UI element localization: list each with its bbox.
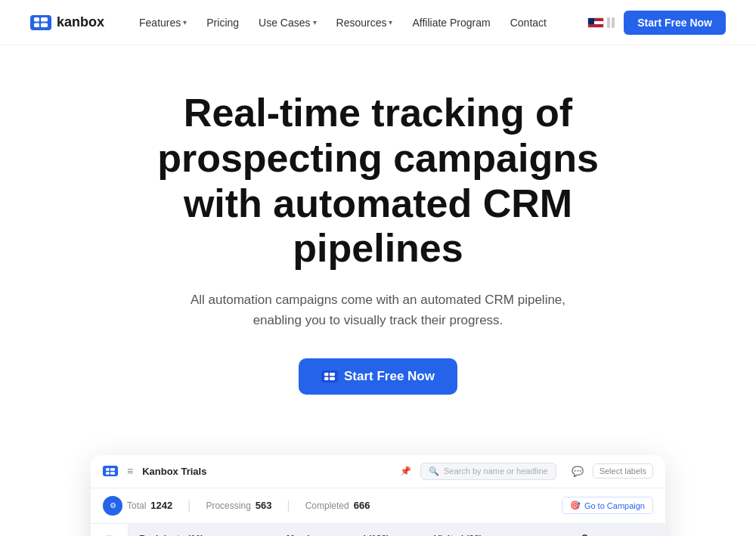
col-header-connected: Conn... [580, 533, 640, 536]
chevron-icon: ▾ [183, 18, 187, 26]
nav-features[interactable]: Features ▾ [132, 12, 194, 33]
total-value: 1242 [150, 500, 172, 511]
search-placeholder: Search by name or headline [444, 466, 548, 476]
select-labels-dropdown[interactable]: Select labels [593, 463, 653, 479]
col-header-visited: Visited (99) ··· [432, 533, 572, 536]
stat-processing: Processing 563 [206, 500, 271, 511]
language-selector[interactable] [587, 17, 615, 28]
svg-rect-9 [106, 472, 110, 475]
col-title-connected: Conn... [581, 533, 612, 536]
kanban-col-member-answered: Member answered (189) ··· JC Jean CARRIE… [285, 533, 425, 536]
hero-cta-icon [321, 370, 338, 383]
hero-section: Real-time tracking of prospecting campai… [0, 45, 756, 425]
pin-icon: 📌 [400, 466, 411, 476]
logo[interactable]: kanbox [30, 14, 104, 30]
stat-total: ⚙ Total 1242 [103, 496, 172, 516]
app-logo-icon [103, 466, 118, 476]
app-preview: ≡ Kanbox Trials 📌 🔍 Search by name or he… [91, 455, 665, 536]
svg-rect-11 [110, 472, 115, 475]
col-title-visited: Visited (99) [434, 534, 482, 536]
search-icon: 🔍 [429, 466, 439, 476]
col-menu-recipients[interactable]: ··· [267, 533, 276, 536]
svg-rect-1 [34, 23, 39, 28]
processing-value: 563 [256, 500, 272, 511]
col-title-recipients: Recipients (11) [139, 534, 203, 536]
stat-completed: Completed 666 [305, 500, 370, 511]
col-title-member-answered: Member answered (189) [287, 534, 389, 536]
hero-cta-label: Start Free Now [344, 369, 435, 384]
svg-rect-7 [330, 376, 335, 380]
completed-label: Completed [305, 500, 349, 511]
nav-pricing[interactable]: Pricing [199, 12, 246, 33]
app-header: ≡ Kanbox Trials 📌 🔍 Search by name or he… [91, 455, 665, 488]
app-sidebar: ⊞ Bus 💬 Bus ⊙ CEO ⊞ Lin 💬 Lin 🖼 Lin 👤 My… [91, 524, 129, 536]
app-search-bar[interactable]: 🔍 Search by name or headline [420, 463, 556, 480]
kanban-col-recipients: Recipients (11) ··· JC Jean CARRIERE VP … [138, 533, 277, 536]
go-campaign-icon: 🎯 [570, 500, 581, 510]
app-menu-icon: ≡ [127, 465, 133, 477]
svg-rect-5 [324, 376, 328, 380]
kanban-col-visited: Visited (99) ··· JC Jean CARRIERE VP Eng… [432, 533, 572, 536]
notification-icon: 💬 [572, 466, 584, 477]
completed-value: 666 [354, 500, 370, 511]
stat-divider-2: | [287, 499, 290, 513]
nav-links: Features ▾ Pricing Use Cases ▾ Resources… [132, 12, 587, 33]
chevron-icon: ▾ [389, 18, 392, 26]
total-icon: ⚙ [103, 496, 122, 516]
flag-icon [587, 17, 604, 28]
logo-text: kanbox [57, 14, 104, 30]
nav-contact[interactable]: Contact [503, 12, 554, 33]
go-to-campaign-button[interactable]: 🎯 Go to Campaign [562, 497, 653, 514]
nav-right: Start Free Now [587, 11, 726, 35]
kanban-col-connected: Conn... C Coun... S Senio... B Build... [580, 533, 640, 536]
svg-rect-8 [106, 468, 110, 471]
logo-icon [30, 15, 51, 30]
sidebar-icon-home[interactable]: ⊞ [99, 530, 120, 536]
language-options [607, 17, 615, 28]
svg-rect-3 [41, 23, 48, 28]
svg-rect-4 [324, 373, 328, 376]
go-campaign-label: Go to Campaign [584, 501, 645, 510]
col-menu-visited[interactable]: ··· [562, 533, 571, 536]
navbar: kanbox Features ▾ Pricing Use Cases ▾ Re… [0, 0, 756, 45]
nav-affiliate[interactable]: Affiliate Program [404, 12, 497, 33]
svg-rect-10 [110, 468, 115, 471]
app-stats-bar: ⚙ Total 1242 | Processing 563 | Complete… [91, 488, 665, 524]
stat-divider: | [187, 499, 191, 513]
total-label: Total [127, 500, 146, 511]
nav-resources[interactable]: Resources ▾ [329, 12, 401, 33]
chevron-icon: ▾ [313, 18, 317, 26]
col-header-member-answered: Member answered (189) ··· [285, 533, 425, 536]
app-pipeline-title: Kanbox Trials [142, 466, 391, 477]
kanban-columns: Recipients (11) ··· JC Jean CARRIERE VP … [129, 524, 665, 536]
svg-rect-6 [330, 373, 335, 376]
logo-svg [34, 17, 48, 27]
col-header-recipients: Recipients (11) ··· [138, 533, 277, 536]
svg-rect-2 [41, 17, 48, 22]
hero-cta-button[interactable]: Start Free Now [299, 358, 457, 395]
app-kanban-area: ⊞ Bus 💬 Bus ⊙ CEO ⊞ Lin 💬 Lin 🖼 Lin 👤 My… [91, 524, 665, 536]
col-menu-member-answered[interactable]: ··· [414, 533, 423, 536]
svg-rect-0 [34, 17, 39, 22]
hero-headline: Real-time tracking of prospecting campai… [113, 91, 643, 271]
hero-subtext: All automation campaigns come with an au… [181, 290, 575, 330]
processing-label: Processing [206, 500, 250, 511]
nav-cta-button[interactable]: Start Free Now [624, 11, 726, 35]
nav-use-cases[interactable]: Use Cases ▾ [251, 12, 324, 33]
